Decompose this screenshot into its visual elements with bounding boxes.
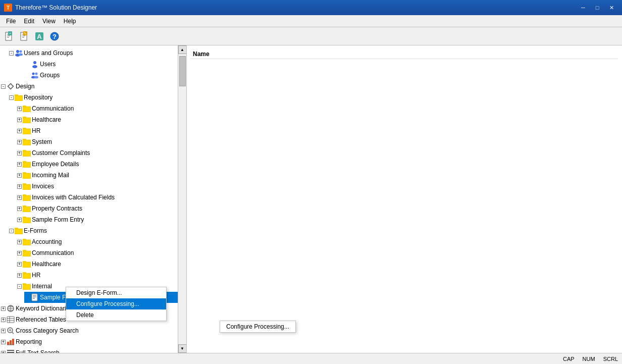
incoming-mail-label: Incoming Mail [32, 170, 69, 180]
menu-edit[interactable]: Edit [20, 15, 38, 27]
tree-node-content-customer-complaints[interactable]: + Customer Complaints [16, 147, 178, 159]
expand-healthcare[interactable]: + [17, 118, 22, 122]
tree-node-content-users[interactable]: Users [24, 59, 178, 70]
tree-node-content-reporting[interactable]: + Reporting [0, 336, 178, 347]
expand-reporting[interactable]: + [1, 340, 6, 344]
expand-customer-complaints[interactable]: + [17, 151, 22, 155]
scroll-track[interactable] [178, 54, 186, 344]
keyword-dicts-icon [7, 304, 15, 313]
menu-bar: File Edit View Help [0, 15, 622, 27]
internal-folder-icon [23, 282, 31, 290]
referenced-tables-label: Referenced Tables [16, 315, 66, 325]
tree-node-content-full-text-search[interactable]: + Full-Text Search [0, 347, 178, 353]
tree-node-content-employee-details[interactable]: + Employee Details [16, 159, 178, 170]
scroll-up-btn[interactable]: ▲ [178, 45, 187, 54]
communication2-label: Communication [32, 248, 74, 258]
users-and-groups-label: Users and Groups [24, 48, 73, 58]
context-menu-design-eform[interactable]: Design E-Form... [66, 287, 166, 298]
minimize-button[interactable]: ─ [577, 3, 590, 13]
svg-text:✎: ✎ [24, 32, 27, 35]
menu-file[interactable]: File [2, 15, 20, 27]
full-text-search-label: Full-Text Search [16, 348, 60, 353]
maximize-button[interactable]: □ [591, 3, 604, 13]
tree-node-content-sample-form-entry[interactable]: + Sample Form Entry [16, 214, 178, 225]
menu-help[interactable]: Help [60, 15, 80, 27]
expand-employee-details[interactable]: + [17, 162, 22, 167]
expand-system[interactable]: + [17, 140, 22, 144]
expand-incoming-mail[interactable]: + [17, 173, 22, 178]
expand-property-contracts[interactable]: + [17, 206, 22, 211]
users-label: Users [40, 59, 56, 69]
property-contracts-folder-icon [23, 204, 31, 213]
expand-users-groups[interactable]: - [9, 51, 14, 56]
tree-node-content-users-and-groups[interactable]: - Users and Groups [8, 47, 178, 59]
tree-node-content-groups[interactable]: Groups [24, 70, 178, 81]
expand-sample-form-entry[interactable]: + [17, 218, 22, 222]
tree-node-content-design[interactable]: - Design [0, 81, 178, 92]
expand-design[interactable]: - [1, 84, 6, 89]
tree-node-content-communication2[interactable]: + Communication [16, 247, 178, 258]
tree-node-content-eforms[interactable]: - E-Forms [8, 225, 178, 236]
expand-communication2[interactable]: + [17, 251, 22, 255]
healthcare-folder-icon [23, 116, 31, 124]
tree-node-content-communication[interactable]: + Communication [16, 103, 178, 114]
repository-label: Repository [24, 92, 53, 102]
expand-eforms[interactable]: - [9, 229, 14, 233]
tree-node-content-incoming-mail[interactable]: + Incoming Mail [16, 170, 178, 181]
employee-details-folder-icon [23, 160, 31, 168]
tree-node-content-invoices-calculated[interactable]: + Invoices with Calculated Fields [16, 192, 178, 203]
expand-invoices-calculated[interactable]: + [17, 195, 22, 200]
menu-view[interactable]: View [38, 15, 60, 27]
tree-node-system: + System [0, 136, 178, 147]
tree-node-content-healthcare2[interactable]: + Healthcare [16, 258, 178, 270]
tree-node-content-invoices[interactable]: + Invoices [16, 181, 178, 192]
tree-node-users-and-groups: - Users and Groups [0, 47, 178, 59]
tree-node-employee-details: + Employee Details [0, 159, 178, 170]
expand-accounting[interactable]: + [17, 240, 22, 244]
tree-node-content-system[interactable]: + System [16, 136, 178, 147]
reporting-label: Reporting [16, 337, 42, 347]
tree-scrollbar[interactable]: ▲ ▼ [178, 45, 186, 353]
expand-hr[interactable]: + [17, 129, 22, 133]
expand-repository[interactable]: - [9, 95, 14, 100]
tree-node-content-healthcare[interactable]: + Healthcare [16, 114, 178, 125]
toolbar-btn-1[interactable]: + [2, 29, 16, 43]
toolbar-btn-3[interactable]: A [32, 29, 46, 43]
expand-keyword-dicts[interactable]: + [1, 306, 6, 311]
repository-folder-icon [15, 93, 23, 101]
close-button[interactable]: ✕ [605, 3, 618, 13]
scroll-down-btn[interactable]: ▼ [178, 344, 187, 353]
submenu-tooltip[interactable]: Configure Processing... [220, 321, 296, 333]
expand-cross-category[interactable]: + [1, 329, 6, 333]
expand-communication[interactable]: + [17, 107, 22, 111]
svg-text:T: T [7, 5, 10, 11]
tree-node-content-property-contracts[interactable]: + Property Contracts [16, 203, 178, 214]
expand-referenced-tables[interactable]: + [1, 318, 6, 322]
help-button[interactable]: ? [47, 29, 62, 43]
toolbar-btn-2[interactable]: ✎ [17, 29, 31, 43]
tree-node-content-cross-category[interactable]: + Cross Category Search [0, 325, 178, 336]
sample-form-icon [31, 293, 39, 301]
tree-node-content-hr[interactable]: + HR [16, 125, 178, 136]
tree-node-sample-form-entry: + Sample Form Entry [0, 214, 178, 225]
scroll-thumb[interactable] [179, 56, 186, 86]
healthcare2-label: Healthcare [32, 259, 61, 269]
tree-node-hr2: + HR [0, 270, 178, 281]
expand-full-text-search[interactable]: + [1, 351, 6, 353]
svg-point-22 [33, 61, 36, 64]
tree-node-content-hr2[interactable]: + HR [16, 270, 178, 281]
context-menu-delete[interactable]: Delete [66, 309, 166, 321]
invoices-label: Invoices [32, 181, 54, 191]
context-menu-configure-processing[interactable]: Configure Processing... [66, 298, 166, 309]
expand-internal[interactable]: - [17, 284, 22, 289]
tree-node-groups: Groups [0, 70, 178, 81]
tree-node-customer-complaints: + Customer Complaints [0, 147, 178, 159]
title-bar-left: T Therefore™ Solution Designer [4, 4, 97, 12]
property-contracts-label: Property Contracts [32, 203, 82, 214]
tree-node-content-accounting[interactable]: + Accounting [16, 236, 178, 247]
expand-healthcare2[interactable]: + [17, 262, 22, 267]
expand-invoices[interactable]: + [17, 184, 22, 189]
tree-node-content-repository[interactable]: - Repository [8, 92, 178, 103]
expand-hr2[interactable]: + [17, 273, 22, 278]
cross-category-label: Cross Category Search [16, 326, 79, 336]
